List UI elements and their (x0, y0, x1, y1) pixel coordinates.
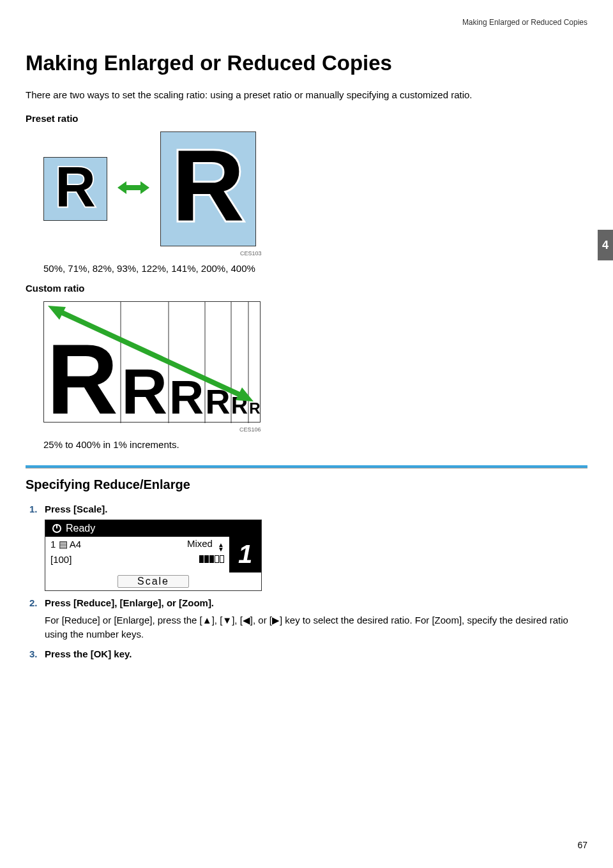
custom-ratio-label: Custom ratio (26, 283, 587, 294)
lcd-mixed-text: Mixed (187, 538, 213, 549)
svg-text:R: R (121, 355, 167, 423)
lcd-copy-count: 1 (229, 537, 261, 572)
lcd-scale-button: Scale (117, 575, 189, 588)
chapter-tab: 4 (598, 230, 613, 260)
page-title: Making Enlarged or Reduced Copies (26, 51, 587, 75)
step-3-title: Press the [OK] key. (45, 648, 587, 659)
svg-text:R: R (55, 158, 96, 218)
custom-range-text: 25% to 400% in 1% increments. (43, 439, 587, 450)
custom-ratio-figure: R R R R R R (43, 301, 261, 423)
lcd-ready-row: Ready (45, 520, 261, 537)
preset-ratios-text: 50%, 71%, 82%, 93%, 122%, 141%, 200%, 40… (43, 263, 587, 274)
step-1: Press [Scale]. Ready 1 ▤ A4 Mixed (26, 504, 587, 591)
lcd-screenshot: Ready 1 ▤ A4 Mixed ▲▼ (45, 520, 262, 591)
ready-icon (52, 523, 62, 534)
step-3: Press the [OK] key. (26, 648, 587, 659)
running-header: Making Enlarged or Reduced Copies (462, 18, 587, 27)
lcd-paper-text: 1 ▤ A4 (50, 539, 81, 550)
steps-list: Press [Scale]. Ready 1 ▤ A4 Mixed (26, 504, 587, 659)
page-number: 67 (577, 840, 587, 850)
step-1-title: Press [Scale]. (45, 504, 587, 514)
lcd-scale-row: Scale (45, 572, 261, 590)
figure-code-1: CES103 (240, 250, 587, 257)
step-2: Press [Reduce], [Enlarge], or [Zoom]. Fo… (26, 597, 587, 642)
svg-text:R: R (249, 400, 260, 417)
preset-ratio-figure: R R (43, 131, 587, 246)
double-arrow-icon (117, 180, 149, 198)
preset-ratio-label: Preset ratio (26, 113, 587, 124)
step-2-body: For [Reduce] or [Enlarge], press the [▲]… (45, 613, 587, 642)
toner-indicator (199, 555, 224, 563)
lcd-copies-value: [100] (50, 554, 72, 565)
up-down-icon: ▲▼ (218, 542, 224, 551)
step-2-title: Press [Reduce], [Enlarge], or [Zoom]. (45, 597, 587, 608)
figure-code-2: CES106 (239, 426, 587, 433)
section-divider (26, 465, 587, 468)
large-r-box: R (160, 131, 256, 246)
small-r-box: R (43, 157, 107, 221)
svg-text:R: R (47, 324, 118, 423)
intro-paragraph: There are two ways to set the scaling ra… (26, 88, 587, 103)
section-heading: Specifying Reduce/Enlarge (26, 477, 587, 492)
lcd-ready-text: Ready (66, 523, 95, 534)
svg-text:R: R (172, 132, 245, 241)
svg-marker-1 (117, 181, 149, 194)
